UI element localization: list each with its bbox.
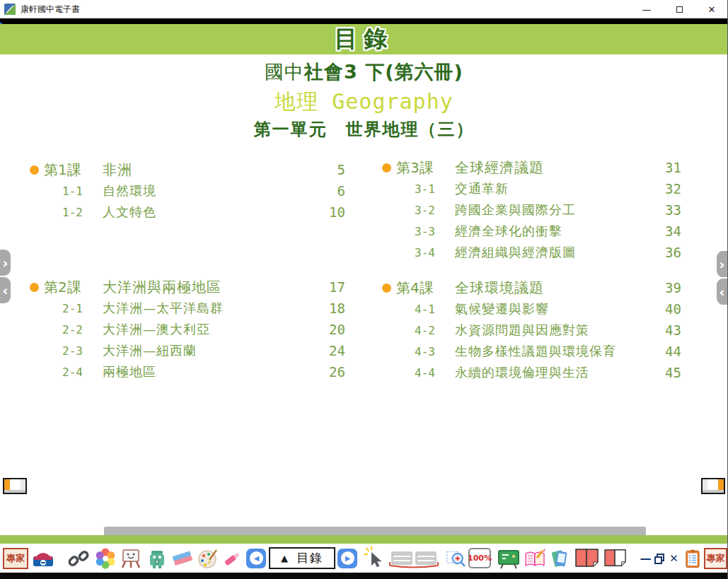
toc-row-item[interactable]: 2-2 大洋洲—澳大利亞 20 bbox=[30, 319, 345, 340]
item-page: 36 bbox=[665, 245, 681, 260]
toc-row-item[interactable]: 3-2 跨國企業與國際分工 33 bbox=[382, 199, 681, 221]
bullet-icon bbox=[30, 165, 39, 175]
chapter-title: 全球環境議題 bbox=[455, 279, 544, 298]
prev-page-button[interactable]: ◀ bbox=[246, 549, 266, 568]
item-title: 跨國企業與國際分工 bbox=[455, 201, 576, 218]
item-title: 交通革新 bbox=[455, 180, 509, 197]
page-menu-box[interactable]: ▲ 目錄 bbox=[269, 547, 335, 569]
item-label: 2-3 bbox=[62, 344, 103, 358]
up-triangle-icon: ▲ bbox=[281, 553, 288, 563]
subject-line: 地理 Geography bbox=[0, 88, 728, 117]
item-label: 4-4 bbox=[415, 366, 455, 380]
toc-section: 第1課 非洲 5 1-1 自然環境 6 1-2 人文特色 10 bbox=[30, 159, 345, 223]
window-maximize-button[interactable] bbox=[663, 0, 695, 18]
left-panel-collapse-tab[interactable]: ‹ bbox=[0, 277, 11, 303]
toc-section: 第2課 大洋洲與兩極地區 17 2-1 大洋洲—太平洋島群 18 2-2 大洋洲… bbox=[30, 276, 345, 382]
chapter-label: 第4課 bbox=[396, 279, 455, 298]
maximize-icon bbox=[676, 6, 683, 13]
bullet-icon bbox=[30, 283, 39, 292]
color-flower-icon[interactable] bbox=[93, 546, 117, 571]
item-page: 6 bbox=[337, 183, 345, 199]
chapter-page: 5 bbox=[337, 162, 345, 177]
item-title: 人文特色 bbox=[103, 204, 156, 221]
item-title: 永續的環境倫理與生活 bbox=[455, 364, 589, 381]
toolbar-close-button[interactable]: ✕ bbox=[669, 552, 679, 565]
window-titlebar: 康軒國中電子書 — ✕ bbox=[0, 0, 728, 18]
arrow-left-icon: ◀ bbox=[250, 551, 263, 565]
chevron-right-icon: › bbox=[720, 257, 725, 272]
expert-mode-button-right[interactable]: 專家 bbox=[704, 548, 727, 569]
chapter-page: 31 bbox=[665, 160, 681, 175]
page-corner-right-button[interactable] bbox=[701, 478, 725, 494]
item-label: 2-4 bbox=[62, 365, 103, 379]
item-page: 43 bbox=[665, 322, 681, 338]
item-page: 44 bbox=[665, 344, 681, 359]
toc-row-item[interactable]: 3-3 經濟全球化的衝擊 34 bbox=[382, 221, 681, 242]
expert-mode-button[interactable]: 專家 bbox=[3, 548, 28, 569]
toc-row-item[interactable]: 2-1 大洋洲—太平洋島群 18 bbox=[30, 298, 345, 319]
toc-row-item[interactable]: 4-1 氣候變遷與影響 40 bbox=[382, 298, 681, 320]
chapter-title: 非洲 bbox=[103, 160, 132, 180]
chapter-page: 17 bbox=[329, 279, 345, 295]
toc-row-item[interactable]: 2-4 兩極地區 26 bbox=[30, 361, 345, 382]
bullet-box bbox=[382, 283, 396, 293]
page-corner-left-button[interactable] bbox=[3, 478, 27, 494]
item-title: 大洋洲—澳大利亞 bbox=[103, 321, 210, 338]
book-title-prefix: 國中 bbox=[265, 61, 304, 83]
toc-row-chapter[interactable]: 第4課 全球環境議題 39 bbox=[382, 277, 681, 298]
right-panel-expand-tab[interactable]: › bbox=[717, 251, 727, 277]
two-page-mixed-icon[interactable] bbox=[603, 548, 628, 569]
bullet-box bbox=[30, 283, 44, 292]
toc-row-item[interactable]: 4-3 生物多樣性議題與環境保育 44 bbox=[382, 341, 681, 362]
link-icon[interactable] bbox=[68, 548, 89, 569]
notes-icon[interactable] bbox=[523, 546, 547, 571]
item-label: 3-3 bbox=[415, 225, 455, 238]
toc-row-item[interactable]: 3-1 交通革新 32 bbox=[382, 178, 681, 199]
toc-column-left: 第1課 非洲 5 1-1 自然環境 6 1-2 人文特色 10 bbox=[30, 159, 345, 382]
toc-row-chapter[interactable]: 第1課 非洲 5 bbox=[30, 159, 345, 180]
item-title: 經濟組織與經濟版圖 bbox=[455, 244, 576, 261]
bullet-icon bbox=[382, 163, 391, 172]
item-title: 水資源問題與因應對策 bbox=[455, 322, 589, 339]
eraser-icon[interactable] bbox=[171, 546, 195, 571]
highlighter-icon[interactable] bbox=[221, 547, 244, 570]
window-close-button[interactable]: ✕ bbox=[695, 0, 728, 18]
bottom-toolbar: 專家 ◀ ▲ 目錄 ▶ bbox=[0, 544, 728, 573]
book-title-main: 社會3 下(第六冊) bbox=[304, 61, 463, 83]
palette-icon[interactable] bbox=[196, 546, 220, 571]
phone-icon[interactable] bbox=[548, 546, 572, 570]
window-minimize-button[interactable]: — bbox=[630, 0, 663, 18]
bottom-green-band bbox=[0, 535, 728, 544]
chapter-label: 第2課 bbox=[44, 278, 103, 297]
robot-trash-icon[interactable] bbox=[145, 546, 169, 571]
toc-row-item[interactable]: 1-2 人文特色 10 bbox=[30, 201, 345, 223]
easel-icon[interactable] bbox=[119, 546, 143, 571]
toc-row-item[interactable]: 4-2 水資源問題與因應對策 43 bbox=[382, 320, 681, 341]
right-panel-collapse-tab[interactable]: ‹ bbox=[717, 279, 727, 305]
item-label: 3-4 bbox=[415, 246, 455, 259]
chapter-title: 全球經濟議題 bbox=[455, 158, 544, 177]
left-panel-expand-tab[interactable]: › bbox=[0, 250, 11, 276]
item-page: 33 bbox=[665, 202, 681, 218]
zoom-level-button[interactable]: 100% bbox=[468, 548, 491, 568]
toc-row-item[interactable]: 1-1 自然環境 6 bbox=[30, 180, 345, 201]
item-title: 氣候變遷與影響 bbox=[455, 300, 549, 317]
window-controls: — ✕ bbox=[630, 0, 728, 18]
next-page-button[interactable]: ▶ bbox=[337, 549, 357, 568]
clipboard-icon[interactable] bbox=[683, 548, 703, 569]
chapter-label: 第1課 bbox=[44, 160, 103, 180]
book-spread-icon[interactable] bbox=[388, 546, 440, 571]
two-page-red-icon[interactable] bbox=[574, 547, 600, 570]
pointer-tool-icon[interactable] bbox=[362, 546, 386, 571]
toolbox-icon[interactable] bbox=[31, 546, 55, 571]
toolbar-restore-button[interactable] bbox=[653, 552, 666, 565]
toc-row-item[interactable]: 4-4 永續的環境倫理與生活 45 bbox=[382, 362, 681, 383]
toc-row-chapter[interactable]: 第2課 大洋洲與兩極地區 17 bbox=[30, 276, 345, 298]
toolbar-minimize-button[interactable]: — bbox=[640, 551, 651, 565]
toc-row-item[interactable]: 2-3 大洋洲—紐西蘭 24 bbox=[30, 340, 345, 361]
toc-row-item[interactable]: 3-4 經濟組織與經濟版圖 36 bbox=[382, 242, 681, 263]
zoom-select-icon[interactable] bbox=[446, 548, 467, 569]
chalkboard-icon[interactable] bbox=[497, 546, 521, 571]
chevron-left-icon: ‹ bbox=[3, 283, 8, 298]
toc-row-chapter[interactable]: 第3課 全球經濟議題 31 bbox=[382, 157, 681, 178]
